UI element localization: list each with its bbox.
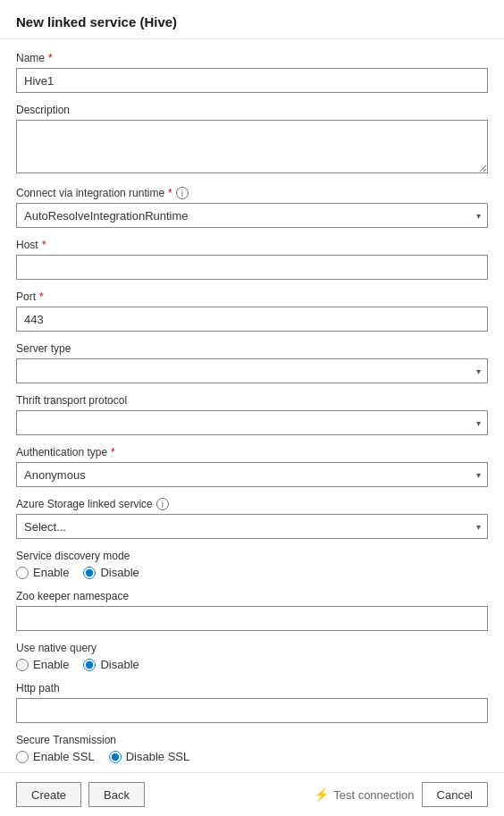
- host-label: Host *: [16, 239, 488, 251]
- runtime-select-wrapper: AutoResolveIntegrationRuntime ▾: [16, 203, 488, 228]
- description-label: Description: [16, 104, 488, 116]
- cancel-button[interactable]: Cancel: [422, 782, 488, 807]
- service-discovery-label: Service discovery mode: [16, 550, 488, 562]
- http-path-field-group: Http path: [16, 682, 488, 723]
- create-button[interactable]: Create: [16, 782, 81, 807]
- panel-footer: Create Back ⚡ Test connection Cancel: [0, 772, 504, 816]
- service-discovery-enable-option[interactable]: Enable: [16, 566, 69, 579]
- enable-ssl-label: Enable SSL: [33, 750, 95, 763]
- server-type-label: Server type: [16, 342, 488, 355]
- runtime-label: Connect via integration runtime * i: [16, 187, 488, 199]
- native-query-disable-radio[interactable]: [83, 659, 96, 671]
- disable-ssl-option[interactable]: Disable SSL: [109, 750, 190, 763]
- zoo-keeper-field-group: Zoo keeper namespace: [16, 590, 488, 631]
- secure-transmission-field-group: Secure Transmission Enable SSL Disable S…: [16, 734, 488, 763]
- disable-ssl-radio[interactable]: [109, 751, 122, 763]
- native-query-enable-label: Enable: [33, 658, 69, 671]
- service-discovery-field-group: Service discovery mode Enable Disable: [16, 550, 488, 579]
- service-discovery-disable-radio[interactable]: [83, 567, 96, 579]
- panel-title: New linked service (Hive): [0, 0, 504, 39]
- test-connection-icon: ⚡: [314, 787, 329, 802]
- name-input[interactable]: [16, 68, 488, 93]
- service-discovery-enable-label: Enable: [33, 566, 69, 579]
- thrift-select-wrapper: ▾: [16, 410, 488, 435]
- host-field-group: Host *: [16, 239, 488, 280]
- new-linked-service-panel: New linked service (Hive) Name * Descrip…: [0, 0, 504, 816]
- native-query-enable-option[interactable]: Enable: [16, 658, 69, 671]
- zoo-keeper-label: Zoo keeper namespace: [16, 590, 488, 602]
- auth-required-star: *: [111, 446, 115, 458]
- http-path-input[interactable]: [16, 698, 488, 723]
- server-type-select[interactable]: [16, 358, 488, 383]
- back-button[interactable]: Back: [88, 782, 145, 807]
- port-input[interactable]: [16, 307, 488, 332]
- test-connection-button[interactable]: ⚡ Test connection: [314, 787, 414, 802]
- thrift-label: Thrift transport protocol: [16, 394, 488, 407]
- port-required-star: *: [39, 290, 44, 303]
- zoo-keeper-input[interactable]: [16, 606, 488, 631]
- description-field-group: Description: [16, 104, 488, 176]
- azure-storage-label: Azure Storage linked service i: [16, 498, 488, 510]
- name-field-group: Name *: [16, 52, 488, 93]
- auth-type-select[interactable]: Anonymous: [16, 462, 488, 487]
- disable-ssl-label: Disable SSL: [126, 750, 190, 763]
- host-required-star: *: [42, 239, 46, 251]
- runtime-info-icon[interactable]: i: [176, 187, 189, 199]
- auth-type-field-group: Authentication type * Anonymous ▾: [16, 446, 488, 487]
- port-label: Port *: [16, 290, 488, 303]
- native-query-disable-option[interactable]: Disable: [83, 658, 139, 671]
- runtime-select[interactable]: AutoResolveIntegrationRuntime: [16, 203, 488, 228]
- service-discovery-enable-radio[interactable]: [16, 567, 29, 579]
- azure-storage-select-wrapper: Select... ▾: [16, 514, 488, 539]
- runtime-field-group: Connect via integration runtime * i Auto…: [16, 187, 488, 228]
- native-query-radio-group: Enable Disable: [16, 658, 488, 671]
- azure-storage-field-group: Azure Storage linked service i Select...…: [16, 498, 488, 539]
- service-discovery-disable-option[interactable]: Disable: [83, 566, 139, 579]
- server-type-field-group: Server type ▾: [16, 342, 488, 383]
- port-field-group: Port *: [16, 290, 488, 332]
- native-query-enable-radio[interactable]: [16, 659, 29, 671]
- native-query-disable-label: Disable: [100, 658, 139, 671]
- azure-storage-info-icon[interactable]: i: [156, 498, 169, 510]
- http-path-label: Http path: [16, 682, 488, 694]
- thrift-field-group: Thrift transport protocol ▾: [16, 394, 488, 435]
- test-connection-label: Test connection: [333, 788, 414, 802]
- azure-storage-select[interactable]: Select...: [16, 514, 488, 539]
- secure-transmission-label: Secure Transmission: [16, 734, 488, 746]
- name-required-star: *: [48, 52, 53, 64]
- panel-body: Name * Description Connect via integrati…: [0, 39, 504, 772]
- name-label: Name *: [16, 52, 488, 64]
- service-discovery-radio-group: Enable Disable: [16, 566, 488, 579]
- secure-transmission-radio-group: Enable SSL Disable SSL: [16, 750, 488, 763]
- host-input[interactable]: [16, 255, 488, 280]
- auth-type-select-wrapper: Anonymous ▾: [16, 462, 488, 487]
- server-type-select-wrapper: ▾: [16, 358, 488, 383]
- runtime-required-star: *: [168, 187, 172, 199]
- enable-ssl-radio[interactable]: [16, 751, 29, 763]
- enable-ssl-option[interactable]: Enable SSL: [16, 750, 95, 763]
- native-query-field-group: Use native query Enable Disable: [16, 642, 488, 671]
- description-textarea[interactable]: [16, 120, 488, 173]
- auth-type-label: Authentication type *: [16, 446, 488, 458]
- thrift-select[interactable]: [16, 410, 488, 435]
- native-query-label: Use native query: [16, 642, 488, 654]
- service-discovery-disable-label: Disable: [100, 566, 139, 579]
